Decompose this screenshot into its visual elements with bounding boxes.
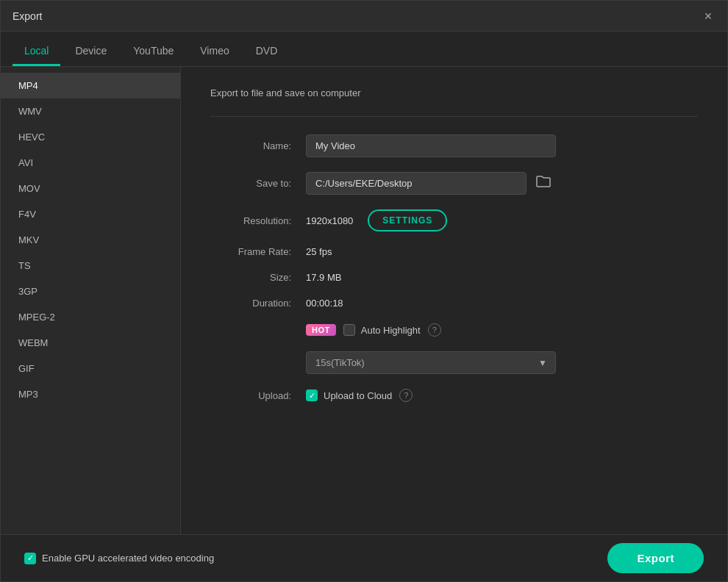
sidebar-item-hevc[interactable]: HEVC: [1, 124, 180, 150]
save-to-row: Save to:: [210, 172, 698, 195]
resolution-value: 1920x1080: [306, 215, 353, 226]
tiktok-row: 15s(TikTok) ▼: [306, 351, 698, 374]
gpu-row: Enable GPU accelerated video encoding: [24, 553, 214, 564]
frame-rate-row: Frame Rate: 25 fps: [210, 246, 698, 257]
frame-rate-label: Frame Rate:: [210, 246, 291, 257]
name-input[interactable]: [306, 134, 556, 157]
path-row: [306, 172, 554, 195]
sidebar-item-mp3[interactable]: MP3: [1, 381, 180, 407]
size-row: Size: 17.9 MB: [210, 272, 698, 283]
tiktok-select-wrapper: 15s(TikTok) ▼: [306, 351, 556, 374]
gpu-checkbox-label[interactable]: Enable GPU accelerated video encoding: [24, 553, 214, 564]
frame-rate-value: 25 fps: [306, 246, 332, 257]
export-dialog: Export × Local Device YouTube Vimeo DVD …: [0, 0, 728, 582]
upload-cloud-label: Upload to Cloud: [324, 390, 392, 401]
auto-highlight-help-icon[interactable]: ?: [428, 323, 441, 337]
main-area: MP4 WMV HEVC AVI MOV F4V MKV TS 3GP MPEG…: [1, 67, 727, 534]
path-input[interactable]: [306, 172, 527, 195]
upload-cloud-help-icon[interactable]: ?: [399, 389, 413, 402]
settings-button[interactable]: SETTINGS: [368, 209, 447, 231]
auto-highlight-checkbox-label[interactable]: Auto Highlight: [343, 324, 421, 336]
auto-highlight-row: HOT Auto Highlight ?: [210, 323, 698, 337]
size-label: Size:: [210, 272, 291, 283]
export-button[interactable]: Export: [607, 543, 704, 573]
auto-highlight-checkbox[interactable]: [343, 324, 355, 336]
browse-folder-button[interactable]: [532, 172, 554, 195]
upload-cloud-checkbox-label[interactable]: Upload to Cloud: [306, 389, 392, 401]
resolution-content: 1920x1080 SETTINGS: [306, 209, 447, 231]
format-sidebar: MP4 WMV HEVC AVI MOV F4V MKV TS 3GP MPEG…: [1, 67, 181, 534]
tab-bar: Local Device YouTube Vimeo DVD: [1, 32, 727, 67]
auto-highlight-content: HOT Auto Highlight ?: [306, 323, 441, 337]
divider: [210, 116, 698, 117]
sidebar-item-f4v[interactable]: F4V: [1, 201, 180, 227]
sidebar-item-ts[interactable]: TS: [1, 253, 180, 279]
upload-cloud-checkbox[interactable]: [306, 389, 318, 401]
upload-row: Upload: Upload to Cloud ?: [210, 389, 698, 402]
tab-local[interactable]: Local: [13, 37, 60, 66]
sidebar-item-mkv[interactable]: MKV: [1, 227, 180, 253]
duration-value: 00:00:18: [306, 298, 343, 309]
save-to-label: Save to:: [210, 178, 291, 189]
export-content: Export to file and save on computer Name…: [181, 67, 727, 534]
duration-row: Duration: 00:00:18: [210, 298, 698, 309]
tab-vimeo[interactable]: Vimeo: [188, 37, 240, 66]
sidebar-item-avi[interactable]: AVI: [1, 150, 180, 176]
sidebar-item-mp4[interactable]: MP4: [1, 73, 180, 98]
name-label: Name:: [210, 140, 291, 151]
sidebar-item-gif[interactable]: GIF: [1, 356, 180, 381]
hot-badge: HOT: [306, 324, 336, 336]
bottom-bar: Enable GPU accelerated video encoding Ex…: [1, 534, 727, 581]
sidebar-item-mpeg2[interactable]: MPEG-2: [1, 304, 180, 330]
auto-highlight-label: Auto Highlight: [361, 325, 421, 336]
tiktok-select[interactable]: 15s(TikTok): [306, 351, 556, 374]
section-title: Export to file and save on computer: [210, 87, 698, 98]
sidebar-item-webm[interactable]: WEBM: [1, 330, 180, 356]
upload-content: Upload to Cloud ?: [306, 389, 413, 402]
sidebar-item-wmv[interactable]: WMV: [1, 98, 180, 124]
gpu-checkbox[interactable]: [24, 553, 36, 564]
resolution-row: Resolution: 1920x1080 SETTINGS: [210, 209, 698, 231]
duration-label: Duration:: [210, 298, 291, 309]
size-value: 17.9 MB: [306, 272, 341, 283]
tab-device[interactable]: Device: [63, 37, 118, 66]
name-row: Name:: [210, 134, 698, 157]
resolution-label: Resolution:: [210, 215, 291, 226]
title-bar: Export ×: [1, 1, 727, 32]
close-button[interactable]: ×: [701, 9, 715, 24]
tab-dvd[interactable]: DVD: [244, 37, 290, 66]
sidebar-item-3gp[interactable]: 3GP: [1, 279, 180, 304]
sidebar-item-mov[interactable]: MOV: [1, 176, 180, 201]
gpu-label: Enable GPU accelerated video encoding: [42, 553, 214, 564]
dialog-title: Export: [13, 10, 42, 22]
tab-youtube[interactable]: YouTube: [121, 37, 185, 66]
upload-label: Upload:: [210, 390, 291, 401]
